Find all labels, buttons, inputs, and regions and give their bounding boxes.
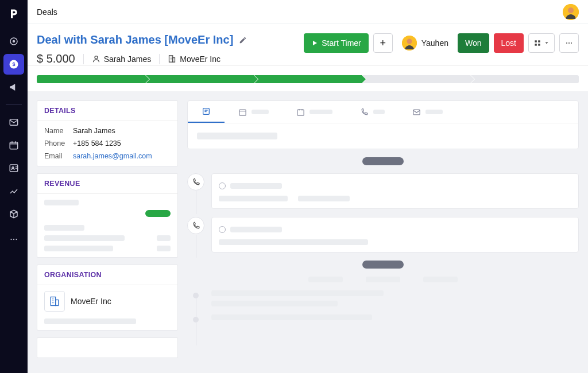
svg-point-8 (10, 239, 11, 240)
page-title: Deals (37, 7, 57, 17)
nav-insights[interactable] (3, 181, 24, 201)
call-icon (187, 217, 204, 234)
detail-phone: +185 584 1235 (73, 139, 121, 147)
svg-text:$: $ (12, 61, 15, 67)
nav-focus[interactable] (3, 31, 24, 52)
svg-rect-19 (538, 40, 540, 42)
nav-deals[interactable]: $ (3, 54, 24, 75)
tab-email[interactable] (399, 101, 457, 123)
tab-note[interactable] (188, 101, 225, 123)
nav-products[interactable] (3, 204, 24, 224)
won-button[interactable]: Won (458, 33, 489, 53)
svg-rect-15 (173, 58, 175, 63)
calendar-icon (238, 108, 247, 116)
timeline-activity (187, 173, 579, 209)
svg-point-22 (566, 42, 567, 44)
deal-header: Deal with Sarah James [MoveEr Inc] $ 5.0… (28, 24, 588, 66)
sidebar-nav: $ (0, 0, 28, 373)
caret-down-icon (544, 40, 550, 46)
extra-card (37, 337, 178, 358)
detail-name: Sarah James (73, 127, 115, 135)
timeline-section-label (362, 261, 404, 269)
person-icon (92, 55, 100, 63)
tab-activity[interactable] (225, 101, 283, 123)
svg-rect-20 (535, 44, 537, 46)
ellipsis-icon (564, 38, 574, 48)
nav-more[interactable] (3, 229, 24, 250)
user-avatar[interactable] (563, 4, 579, 20)
revenue-badge (145, 210, 171, 217)
status-ring-icon[interactable] (219, 182, 226, 189)
revenue-heading: REVENUE (37, 174, 177, 194)
activity-composer (187, 100, 579, 149)
more-actions-button[interactable] (559, 33, 579, 53)
svg-rect-29 (297, 110, 304, 115)
svg-point-17 (407, 39, 412, 44)
tab-schedule[interactable] (283, 101, 346, 123)
svg-point-9 (13, 239, 14, 240)
start-timer-button[interactable]: Start Timer (304, 33, 368, 53)
organisation-link[interactable]: MoveEr Inc (44, 291, 171, 312)
play-icon (311, 40, 318, 46)
topbar: Deals (28, 0, 588, 24)
owner-avatar (402, 36, 417, 50)
call-icon (187, 173, 204, 191)
phone-icon (360, 108, 369, 116)
pipeline-stage[interactable] (37, 75, 145, 83)
svg-rect-14 (169, 56, 173, 62)
view-switch[interactable] (528, 33, 555, 53)
nav-mail[interactable] (3, 112, 24, 133)
building-icon (168, 55, 176, 63)
nav-calendar[interactable] (3, 135, 24, 156)
mail-icon (412, 108, 421, 116)
lost-button[interactable]: Lost (494, 33, 524, 53)
organisation-heading: ORGANISATION (37, 265, 177, 285)
deal-amount: $ 5.000 (37, 52, 75, 65)
nav-campaigns[interactable] (3, 77, 24, 98)
edit-title-icon[interactable] (239, 36, 247, 44)
svg-point-12 (568, 7, 574, 13)
svg-rect-21 (538, 44, 540, 46)
pipeline-stages (28, 66, 588, 91)
pipeline-stage[interactable] (145, 75, 254, 83)
building-icon (44, 291, 65, 312)
svg-rect-18 (535, 40, 537, 42)
add-button[interactable]: + (373, 33, 393, 53)
deal-person[interactable]: Sarah James (92, 55, 151, 64)
svg-point-10 (16, 239, 17, 240)
detail-email[interactable]: sarah.james@gmail.com (73, 152, 152, 160)
organisation-card: ORGANISATION MoveEr Inc (37, 265, 178, 331)
deal-title[interactable]: Deal with Sarah James [MoveEr Inc] (37, 33, 233, 46)
svg-point-24 (571, 42, 572, 44)
timeline-activity (187, 217, 579, 252)
svg-rect-5 (10, 142, 18, 149)
pipeline-stage[interactable] (470, 75, 579, 83)
pipeline-stage[interactable] (254, 75, 362, 83)
svg-point-1 (13, 41, 15, 42)
status-ring-icon[interactable] (219, 226, 226, 233)
deal-owner[interactable]: Yauhen (397, 36, 453, 50)
timeline-section-label (362, 157, 404, 165)
details-heading: DETAILS (37, 101, 177, 121)
nav-contacts[interactable] (3, 158, 24, 178)
pipeline-stage[interactable] (362, 75, 470, 83)
note-icon (202, 107, 211, 116)
tab-call[interactable] (346, 101, 399, 123)
svg-point-13 (95, 56, 98, 59)
svg-rect-26 (56, 300, 59, 306)
svg-rect-28 (239, 110, 246, 115)
svg-rect-25 (51, 297, 55, 306)
details-card: DETAILS NameSarah James Phone+185 584 12… (37, 100, 178, 166)
revenue-card: REVENUE (37, 173, 178, 258)
grid-icon (533, 39, 541, 47)
logo[interactable] (5, 5, 23, 23)
timeline-event (187, 290, 579, 306)
svg-point-23 (568, 42, 570, 44)
schedule-icon (296, 108, 305, 116)
timeline-event (187, 314, 579, 323)
deal-org[interactable]: MoveEr Inc (168, 55, 220, 64)
